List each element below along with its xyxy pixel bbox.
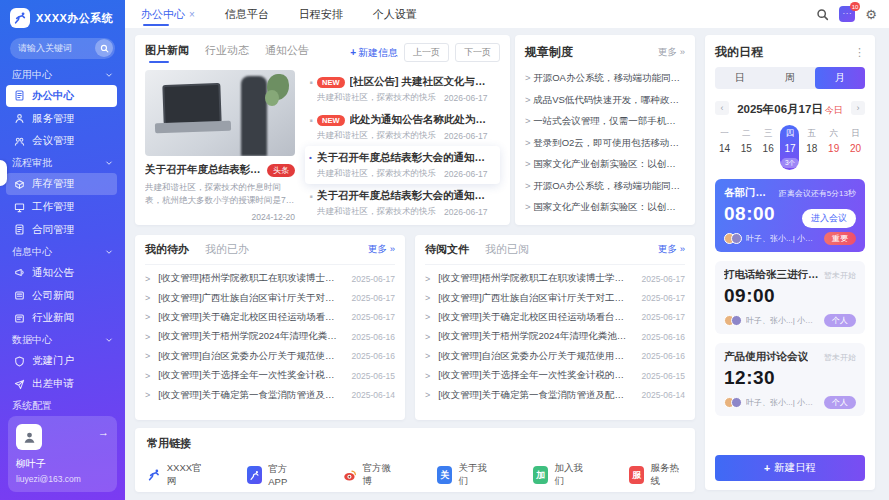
tab-files-read[interactable]: 我的已阅: [485, 242, 529, 257]
news-panel: 图片新闻 行业动态 通知公告 新建信息 上一页 下一页 关于召开年度总结表彰大会…: [135, 35, 510, 225]
user-card[interactable]: → 柳叶子 liuyezi@163.com: [8, 416, 117, 492]
files-more-link[interactable]: 更多: [658, 243, 685, 256]
view-month[interactable]: 月: [815, 67, 865, 89]
search-icon[interactable]: [95, 39, 113, 57]
link-about-us[interactable]: 关 关于我们: [437, 462, 491, 488]
tab-info-platform[interactable]: 信息平台: [225, 0, 269, 28]
file-row[interactable]: [收文管理]自治区党委办公厅关于规范使用党内同志称谓的通知2025-06-16: [425, 347, 685, 366]
rule-item[interactable]: 开源OA办公系统，移动端功能同样全面: [525, 67, 685, 89]
sidebar-item-meeting-mgmt[interactable]: 会议管理: [6, 131, 117, 153]
sidebar-item-inventory-mgmt[interactable]: 库存管理: [6, 173, 117, 195]
link-service-hotline[interactable]: 服 服务热线: [629, 462, 683, 488]
meeting-card-featured[interactable]: 各部门经理小会议 距离会议还有5分13秒 08:00 进入会议 叶子、张小...…: [715, 179, 865, 252]
todo-row[interactable]: [收文管理]关于确定北校区田径运动场看台下方办公室改造工...2025-06-1…: [145, 308, 395, 327]
gear-icon[interactable]: ⚙: [865, 8, 877, 21]
rule-item[interactable]: 国家文化产业创新实验区：以创新推动产业发展: [525, 196, 685, 218]
sidebar-item-work-mgmt[interactable]: 工作管理: [6, 196, 117, 218]
news-list-item[interactable]: NEW此处为通知公告名称此处为通知公告名称 共建和谐社区，探索技术的快乐2026…: [305, 108, 500, 146]
rule-item[interactable]: 登录到O2云，即可使用包括移动办公在内的所有功能!: [525, 132, 685, 154]
tab-my-todo[interactable]: 我的待办: [145, 242, 189, 257]
arrow-right-icon[interactable]: →: [98, 426, 109, 438]
news-list-item-selected[interactable]: 关于召开年度总结表彰大会的通知关于召开年度总结 共建和谐社区，探索技术的快乐20…: [305, 146, 500, 184]
rule-item[interactable]: 国家文化产业创新实验区：以创新推动产业发展: [525, 153, 685, 175]
tab-photo-news[interactable]: 图片新闻: [145, 43, 189, 62]
sidebar-item-label: 通知公告: [32, 266, 74, 280]
sidebar-collapse-handle[interactable]: [0, 160, 7, 186]
link-official-app[interactable]: 官方APP: [247, 463, 301, 487]
sidebar-section-process-approval[interactable]: 流程审批: [0, 153, 125, 173]
todo-row[interactable]: [收文管理]关于选择全年一次性奖金计税的通知2025-06-15: [145, 366, 395, 385]
todo-row[interactable]: [收文管理]关于确定第一食堂消防管道及配件维修项目评委，...2025-06-1…: [145, 385, 395, 404]
tab-schedule[interactable]: 日程安排: [299, 0, 343, 28]
file-row[interactable]: [收文管理]关于梧州学院2024年清理化粪池服务项目评审小组...2025-06…: [425, 327, 685, 346]
tab-industry-trends[interactable]: 行业动态: [205, 43, 249, 62]
calendar-next-icon[interactable]: ›: [851, 101, 865, 115]
link-join-us[interactable]: 加 加入我们: [533, 462, 587, 488]
calendar-day[interactable]: 日20: [846, 125, 865, 170]
calendar-day-selected[interactable]: 四173个: [780, 125, 799, 170]
rule-item[interactable]: 开源OA办公系统，移动端功能同样全面: [525, 175, 685, 197]
new-schedule-button[interactable]: 新建日程: [715, 455, 865, 481]
prev-page-button[interactable]: 上一页: [404, 43, 449, 62]
todo-more-link[interactable]: 更多: [368, 243, 395, 256]
sidebar-section-data-center[interactable]: 数据中心: [0, 330, 125, 350]
more-options-icon[interactable]: ⋮: [854, 46, 865, 59]
calendar-day[interactable]: 三16: [759, 125, 778, 170]
file-row[interactable]: [收文管理]关于确定北校区田径运动场看台下方办公室改造工...2025-06-1…: [425, 308, 685, 327]
sidebar-item-office-center[interactable]: 办公中心: [6, 85, 117, 107]
search-input[interactable]: [18, 43, 95, 53]
tab-files-to-read[interactable]: 待阅文件: [425, 242, 469, 257]
calendar-day[interactable]: 六19: [824, 125, 843, 170]
sidebar-item-company-news[interactable]: 公司新闻: [6, 285, 117, 307]
link-official-weibo[interactable]: 官方微博: [343, 462, 395, 488]
sidebar-item-travel-request[interactable]: 出差申请: [6, 373, 117, 395]
rules-panel: 规章制度 更多 开源OA办公系统，移动端功能同样全面 成品VS低代码快速开发，哪…: [515, 35, 695, 225]
news-list-item[interactable]: 关于召开年度总结表彰大会的通知关于召开年度总 共建和谐社区，探索技术的快乐202…: [305, 184, 500, 222]
sidebar-item-industry-news[interactable]: 行业新闻: [6, 308, 117, 330]
calendar-day[interactable]: 五18: [802, 125, 821, 170]
news-list-item[interactable]: NEW[社区公告] 共建社区文化与生态，一起齐 共建和谐社区，探索技术的快乐20…: [305, 70, 500, 108]
featured-news-title[interactable]: 关于召开年度总结表彰大会的通知: [145, 163, 262, 177]
meeting-card[interactable]: 产品使用讨论会议 暂未开始 12:30 叶子、张小...| 小会议室 个人: [715, 343, 865, 416]
todo-row[interactable]: [收文管理]自治区党委办公厅关于规范使用党内同志称谓的通知2025-06-16: [145, 347, 395, 366]
rule-item[interactable]: 一站式会议管理，仅需一部手机就搞定: [525, 110, 685, 132]
calendar-prev-icon[interactable]: ‹: [715, 101, 729, 115]
file-row[interactable]: [收文管理]关于选择全年一次性奖金计税的通知2025-06-15: [425, 366, 685, 385]
sidebar-section-app-center[interactable]: 应用中心: [0, 65, 125, 85]
new-info-button[interactable]: 新建信息: [350, 46, 398, 60]
meeting-card[interactable]: 打电话给张三进行测试 暂未开始 09:00 叶子、张小...| 小会议室 个人: [715, 261, 865, 334]
todo-row[interactable]: [收文管理]关于梧州学院2024年清理化粪池服务项目评审小组...2025-06…: [145, 327, 395, 346]
calendar-day[interactable]: 二15: [737, 125, 756, 170]
sidebar-item-contract-mgmt[interactable]: 合同管理: [6, 219, 117, 241]
sidebar-item-party-portal[interactable]: 党建门户: [6, 350, 117, 372]
file-row[interactable]: [收文管理]关于确定第一食堂消防管道及配件维修项目评委，...2025-06-1…: [425, 385, 685, 404]
sidebar-section-info-center[interactable]: 信息中心: [0, 242, 125, 262]
tab-office-center[interactable]: 办公中心: [141, 0, 195, 28]
todo-row[interactable]: [收文管理]广西壮族自治区审计厅关于对工程项目地质勘察实...2025-06-1…: [145, 288, 395, 307]
tab-notice-announcements[interactable]: 通知公告: [265, 43, 309, 62]
tab-personal-settings[interactable]: 个人设置: [373, 0, 417, 28]
meeting-time: 09:00: [724, 285, 856, 307]
news-photo[interactable]: [145, 70, 295, 156]
join-meeting-button[interactable]: 进入会议: [802, 209, 856, 228]
sidebar-item-service-mgmt[interactable]: 服务管理: [6, 108, 117, 130]
sidebar-item-notices[interactable]: 通知公告: [6, 262, 117, 284]
calendar-day[interactable]: 一14: [715, 125, 734, 170]
rules-more-link[interactable]: 更多: [658, 46, 685, 59]
news-sub: 共建和谐社区，探索技术的快乐: [317, 206, 436, 218]
messages-icon[interactable]: ··· 10: [839, 6, 855, 22]
link-official-site[interactable]: XXXX官网: [147, 462, 205, 488]
today-label[interactable]: 今日: [825, 105, 843, 115]
search-icon[interactable]: [816, 8, 829, 21]
rule-item[interactable]: 成品VS低代码快速开发，哪种政务OA系统更好呢？: [525, 89, 685, 111]
next-page-button[interactable]: 下一页: [455, 43, 500, 62]
file-row[interactable]: [收文管理]广西壮族自治区审计厅关于对工程项目地质勘察实...2025-06-1…: [425, 288, 685, 307]
sidebar-item-system-config[interactable]: 系统配置: [0, 396, 125, 416]
tab-my-done[interactable]: 我的已办: [205, 242, 249, 257]
close-icon[interactable]: [189, 8, 195, 20]
view-day[interactable]: 日: [715, 67, 765, 89]
people-icon: [14, 136, 25, 147]
file-row[interactable]: [收文管理]梧州学院教职工在职攻读博士学位管理办法(修订)2025-06-17: [425, 269, 685, 288]
todo-row[interactable]: [收文管理]梧州学院教职工在职攻读博士学位管理办法(修订)2025-06-17: [145, 269, 395, 288]
view-week[interactable]: 周: [765, 67, 815, 89]
